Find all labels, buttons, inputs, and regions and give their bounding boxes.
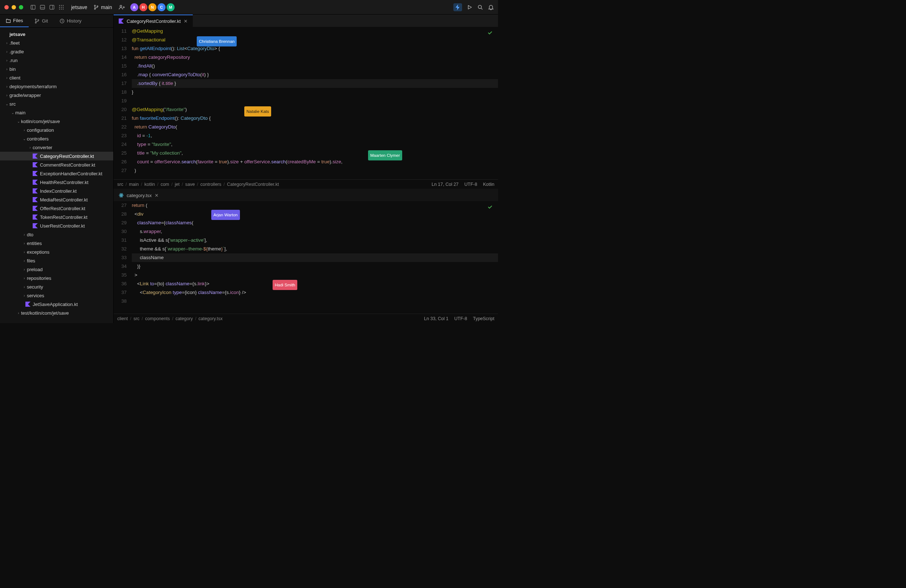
tree-file-app[interactable]: JetSaveApplication.kt: [0, 300, 113, 309]
panel-left-icon[interactable]: [30, 4, 36, 11]
breadcrumbs[interactable]: client/src/components/category/category.…: [117, 316, 223, 321]
tree-folder-configuration[interactable]: ›configuration: [0, 126, 113, 134]
tree-folder-client[interactable]: ›client: [0, 73, 113, 82]
avatar[interactable]: N: [148, 3, 156, 11]
crumb[interactable]: kotlin: [145, 182, 155, 187]
ai-bolt-icon[interactable]: [453, 3, 462, 11]
crumb[interactable]: save: [185, 182, 195, 187]
encoding[interactable]: UTF-8: [455, 316, 467, 321]
tree-folder-gradle[interactable]: ›.gradle: [0, 47, 113, 56]
tree-folder-preload[interactable]: ›preload: [0, 265, 113, 274]
tree-folder-services[interactable]: ›services: [0, 291, 113, 300]
code-lines[interactable]: return ( <div className={classNames( s.w…: [132, 201, 498, 314]
tree-folder-run[interactable]: ›.run: [0, 56, 113, 65]
tree-folder-bin[interactable]: ›bin: [0, 65, 113, 73]
crumb[interactable]: category.tsx: [199, 316, 223, 321]
tree-file-exc[interactable]: ExceptionHandlerController.kt: [0, 169, 113, 178]
close-window[interactable]: [4, 5, 9, 10]
crumb[interactable]: CategoryRestController.kt: [227, 182, 279, 187]
code-line[interactable]: title = "My collection",: [132, 149, 498, 158]
tree-folder-deployments[interactable]: ›deployments/terraform: [0, 82, 113, 91]
code-line[interactable]: ): [132, 166, 498, 175]
tree-folder-entities[interactable]: ›entities: [0, 239, 113, 247]
tree-folder-src[interactable]: ⌄src: [0, 99, 113, 108]
tree-file-user[interactable]: UserRestController.kt: [0, 221, 113, 230]
panel-right-icon[interactable]: [49, 4, 55, 11]
code-line[interactable]: .findAll(): [132, 62, 498, 70]
code-line[interactable]: @GetMapping("/favorite"): [132, 105, 498, 114]
code-line[interactable]: className: [132, 253, 498, 262]
tree-file-category[interactable]: CategoryRestController.kt: [0, 152, 113, 161]
tree-folder-filesdir[interactable]: ›files: [0, 256, 113, 265]
code-line[interactable]: [132, 97, 498, 105]
tab-history[interactable]: History: [54, 14, 87, 27]
crumb[interactable]: category: [175, 316, 193, 321]
tree-folder-gradlewrapper[interactable]: ›gradle/wrapper: [0, 91, 113, 99]
add-collaborator-icon[interactable]: [119, 4, 125, 10]
code-line[interactable]: return (: [132, 201, 498, 210]
close-tab-icon[interactable]: ✕: [183, 19, 188, 24]
code-line[interactable]: theme && s[`wrapper--theme-${theme}`],: [132, 245, 498, 253]
apps-icon[interactable]: [58, 4, 65, 11]
code-line[interactable]: className={classNames(: [132, 218, 498, 227]
notifications-icon[interactable]: [488, 4, 494, 10]
code-line[interactable]: return CategoryDto(: [132, 123, 498, 131]
tree-folder-main[interactable]: ⌄main: [0, 108, 113, 117]
crumb[interactable]: main: [129, 182, 139, 187]
code-line[interactable]: )}: [132, 262, 498, 271]
code-line[interactable]: .sortedBy { it.title }: [132, 79, 498, 88]
crumb[interactable]: com: [160, 182, 169, 187]
tree-folder-fleet[interactable]: ›.fleet: [0, 38, 113, 47]
code-line[interactable]: [132, 297, 498, 306]
run-icon[interactable]: [467, 5, 472, 10]
project-name[interactable]: jetsave: [71, 4, 87, 10]
code-line[interactable]: }: [132, 88, 498, 97]
tree-folder-converter[interactable]: ›converter: [0, 143, 113, 152]
encoding[interactable]: UTF-8: [464, 182, 477, 187]
code-line[interactable]: @Transactional: [132, 35, 498, 44]
code-line[interactable]: <CategoryIcon type={icon} className={s.i…: [132, 288, 498, 297]
editor1-tab[interactable]: CategoryRestController.kt ✕: [113, 14, 193, 27]
code-line[interactable]: return categoryRepository: [132, 53, 498, 62]
code-line[interactable]: s.wrapper,: [132, 227, 498, 236]
code-line[interactable]: <Link to={to} className={s.link}>: [132, 279, 498, 288]
crumb[interactable]: src: [134, 316, 140, 321]
code-line[interactable]: id = -1,: [132, 131, 498, 140]
editor2-code[interactable]: 272829303132333435363738 return ( <div c…: [113, 201, 498, 314]
tree-root[interactable]: jetsave: [0, 30, 113, 38]
tab-git[interactable]: Git: [29, 14, 54, 27]
crumb[interactable]: components: [145, 316, 170, 321]
tree-file-offer[interactable]: OfferRestController.kt: [0, 204, 113, 213]
tree-folder-security[interactable]: ›security: [0, 282, 113, 291]
git-branch[interactable]: main: [94, 4, 112, 10]
breadcrumbs[interactable]: src/main/kotlin/com/jet/save/controllers…: [117, 182, 279, 187]
tree-file-index[interactable]: IndexController.kt: [0, 186, 113, 195]
language[interactable]: Kotlin: [483, 182, 494, 187]
code-line[interactable]: type = "favorite",: [132, 140, 498, 149]
code-line[interactable]: count = offerService.search(favorite = t…: [132, 158, 498, 166]
close-tab-icon[interactable]: ✕: [155, 193, 159, 198]
code-line[interactable]: fun favoriteEndpoint(): CategoryDto {: [132, 114, 498, 123]
crumb[interactable]: jet: [175, 182, 180, 187]
tree-file-comment[interactable]: CommentRestController.kt: [0, 161, 113, 169]
tree-folder-dto[interactable]: ›dto: [0, 230, 113, 239]
avatar[interactable]: H: [139, 3, 147, 11]
tree-file-token[interactable]: TokenRestController.kt: [0, 213, 113, 221]
tree-file-media[interactable]: MediaRestController.kt: [0, 195, 113, 204]
code-line[interactable]: fun getAllEndpoint(): List<CategoryDto> …: [132, 44, 498, 53]
crumb[interactable]: controllers: [200, 182, 222, 187]
tree-folder-test[interactable]: ›test/kotlin/com/jet/save: [0, 309, 113, 317]
tree-file-health[interactable]: HealthRestController.kt: [0, 178, 113, 186]
editor2-tab[interactable]: category.tsx ✕: [113, 189, 164, 201]
crumb[interactable]: src: [117, 182, 123, 187]
panel-bottom-icon[interactable]: [39, 4, 46, 11]
code-line[interactable]: isActive && s['wrapper--active'],: [132, 236, 498, 245]
code-line[interactable]: .map { convertCategoryToDto(it) }: [132, 70, 498, 79]
crumb[interactable]: client: [117, 316, 128, 321]
avatar[interactable]: A: [130, 3, 138, 11]
maximize-window[interactable]: [19, 5, 23, 10]
code-lines[interactable]: @GetMapping@Transactionalfun getAllEndpo…: [132, 27, 498, 179]
avatar[interactable]: C: [158, 3, 166, 11]
code-line[interactable]: <div: [132, 210, 498, 218]
tree-folder-repositories[interactable]: ›repositories: [0, 274, 113, 282]
